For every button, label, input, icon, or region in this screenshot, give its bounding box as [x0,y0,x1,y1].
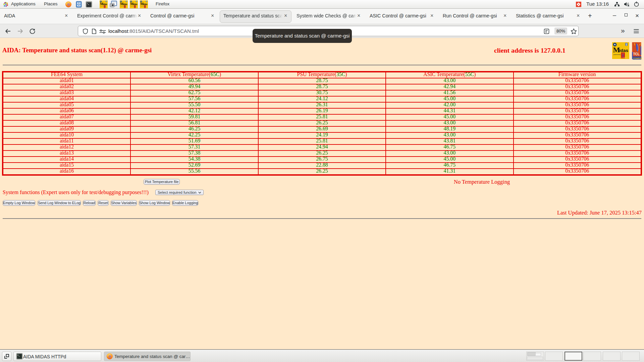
svg-text:POWERED: POWERED [622,57,627,58]
svg-text:POWERED: POWERED [104,7,107,8]
svg-text:idas: idas [143,3,148,5]
svg-text:POWERED: POWERED [124,7,127,8]
svg-text:POWERED: POWERED [633,57,642,59]
svg-text:POWERED: POWERED [134,7,137,8]
svg-text:TCL: TCL [633,52,640,56]
svg-text:idas: idas [103,3,107,5]
svg-text:idas: idas [619,48,628,53]
svg-text:powered by: powered by [130,6,134,6]
svg-text:powered by: powered by [141,6,144,6]
svg-text:idas: idas [123,3,127,5]
svg-text:powered by: powered by [100,6,104,6]
svg-text:powered by: powered by [613,54,621,55]
svg-text:powered by: powered by [120,6,124,6]
svg-text:idas: idas [133,3,138,5]
svg-text:POWERED: POWERED [144,7,147,8]
